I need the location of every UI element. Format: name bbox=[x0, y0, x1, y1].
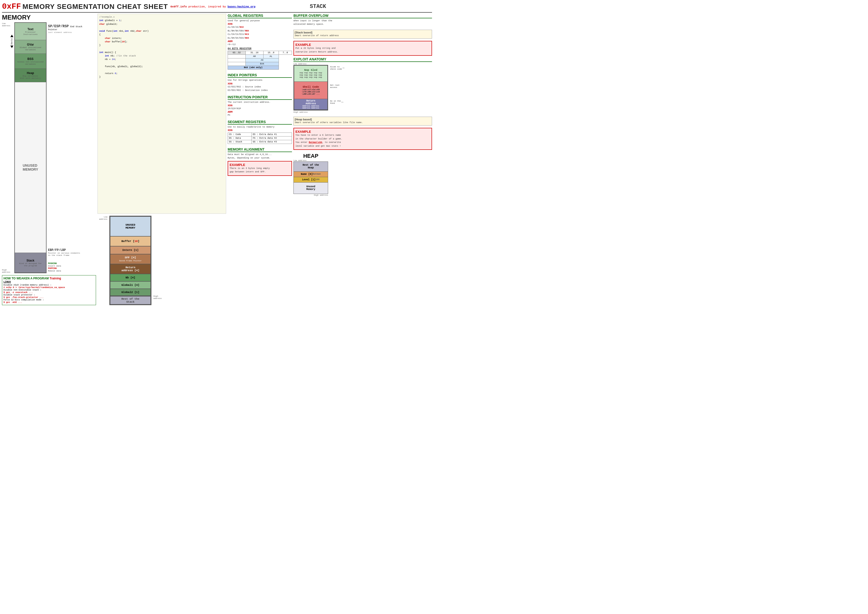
stack-unused: UNUSEDMEMORY bbox=[110, 216, 151, 236]
text-segment: Text ProcessorInstructions bbox=[15, 23, 46, 40]
noexec-cmd: $ gcc -z execstack ... bbox=[3, 291, 95, 294]
exploit-nop-sled: Nop Sled nop nop nop nop nopnop nop nop … bbox=[294, 65, 328, 81]
stack-return-address: Returnaddress [4] bbox=[110, 264, 151, 274]
gvar-segment: GVar Global initializedvariables bbox=[15, 40, 46, 54]
right-column: GLOBAL REGISTERS Used for general purpos… bbox=[228, 14, 432, 305]
mem-align-example-title: EXAMPLE bbox=[229, 163, 290, 167]
mem-align-example: EXAMPLE There is an 3 bytes long emptyga… bbox=[228, 161, 292, 176]
stack-section: Low address UNUSEDMEMORY Buffer [10] Int… bbox=[98, 216, 226, 305]
exploit-anatomy-section: EXPLOIT ANATOMY Low address Nop Sled nop… bbox=[293, 57, 432, 113]
buffer-overflow-section: BUFFER OVERFLOW when input is longer tha… bbox=[293, 14, 432, 26]
sp-annotation: SP/ESP/RSP End Stack Pointer Last elemen… bbox=[48, 24, 93, 34]
bufover-example-box: EXAMPLE Put a 22 bytes long string andov… bbox=[293, 41, 432, 56]
bufover-desc: when input is longer than theallocated m… bbox=[293, 19, 432, 26]
bufover-title: BUFFER OVERFLOW bbox=[293, 14, 432, 18]
code-line-10: nb = 24; bbox=[99, 58, 225, 61]
code-line-3: void func(int nb1,int nb2,char str) bbox=[99, 30, 225, 33]
buffer-overflow-column: BUFFER OVERFLOW when input is longer tha… bbox=[293, 14, 432, 305]
mem-align-title: MEMORY ALIGNMENT bbox=[228, 148, 292, 152]
stack-diagram: UNUSEDMEMORY Buffer [10] Intern [1] SFP … bbox=[109, 216, 152, 305]
noprot-cmd: $ gcc -fno-stack-protector ... bbox=[3, 296, 95, 299]
stack-intern: Intern [1] bbox=[110, 246, 151, 254]
stack-based-desc: Smart overwrite of return address bbox=[295, 34, 431, 37]
heap-based-box: [Heap based] Smart overwrite of others v… bbox=[293, 117, 432, 126]
subtitle-prefix: 0x0ff.info bbox=[170, 5, 187, 8]
stack-buffer: Buffer [10] bbox=[110, 236, 151, 246]
table-row: CS : Code ES : Extra data #1 bbox=[228, 133, 292, 137]
table-row: DS : Data FS : Extra data #2 bbox=[228, 137, 292, 140]
code-line-12: return 0; bbox=[99, 72, 225, 75]
instr-ptr-title: INSTRUCTION POINTER bbox=[228, 95, 292, 100]
code-line-4: { bbox=[99, 33, 225, 36]
heap-title: HEAP bbox=[293, 153, 328, 159]
force32-cmd: $ gcc -m32 ... bbox=[3, 301, 95, 304]
registers-column: GLOBAL REGISTERS Used for general purpos… bbox=[228, 14, 292, 305]
instr-ptr-reg: IP/EIP/RIP bbox=[228, 107, 292, 110]
exploit-high-addr: High address bbox=[293, 111, 308, 113]
index-ptrs-regs: SI/ESI/RSI : Source index DI/EDI/RDI : D… bbox=[228, 85, 292, 92]
bss-segment: BSS Global non-initializedvariables bbox=[15, 54, 46, 68]
code-line-1: int global1 = 1; bbox=[99, 19, 225, 22]
stack-segment: Stack Kind of Notepad forthe program bbox=[15, 253, 46, 273]
instr-ptr-x86: X86 bbox=[228, 104, 292, 107]
stack-nb: Nb [4] bbox=[110, 274, 151, 281]
exploit-stack: Nop Sled nop nop nop nop nopnop nop nop … bbox=[293, 65, 328, 110]
seg-regs-title: SEGMENT REGISTERS bbox=[228, 120, 292, 124]
index-ptrs-title: INDEX POINTERS bbox=[228, 73, 292, 78]
global-registers-section: GLOBAL REGISTERS Used for general purpos… bbox=[228, 14, 292, 70]
heap-rest: Rest of theHeap bbox=[294, 162, 328, 172]
exploit-shell-code: Shell Code \xeb\x1f\x5e\x89\x76\xBB\x31\… bbox=[294, 81, 328, 99]
stack-heading: STACK bbox=[310, 3, 326, 10]
instr-ptr-arm: ARM bbox=[228, 110, 292, 113]
segment-registers-section: SEGMENT REGISTERS Use to easily reade/wr… bbox=[228, 120, 292, 145]
heap-low-addr: Low address bbox=[293, 159, 328, 162]
code-line-7: } bbox=[99, 44, 225, 47]
code-filename: //exemple.c bbox=[99, 16, 225, 19]
instruction-pointer-section: INSTRUCTION POINTER The current instruct… bbox=[228, 95, 292, 117]
code-line-2: char global2; bbox=[99, 23, 225, 26]
heap-high-addr: High address bbox=[293, 194, 328, 196]
code-line-6: char buffer[10]; bbox=[99, 40, 225, 44]
global-regs-title: GLOBAL REGISTERS bbox=[228, 14, 292, 18]
header-title: Memory Segmentation Cheat Sheet bbox=[23, 3, 168, 11]
high-addr-label: High address bbox=[2, 269, 13, 273]
stack-sfp: SFP [4]Saved Frame Pointer bbox=[110, 254, 151, 264]
seg-regs-desc: Use to easily reade/write to memory bbox=[228, 125, 292, 129]
seg-ds: DS : Data bbox=[228, 137, 252, 140]
main-content: MEMORY Low address Data High address Tex… bbox=[2, 14, 432, 305]
reg64-title: 64 BITS REGISTER bbox=[228, 47, 292, 50]
heap-example-text: You have to enter a 6 letters name in th… bbox=[295, 134, 430, 148]
heap-segment: Heap Big variablesinit with malloc() bbox=[15, 68, 46, 82]
memory-title: MEMORY bbox=[2, 14, 96, 21]
global-regs-desc: Used for general purpose bbox=[228, 19, 292, 23]
mem-align-example-text: There is an 3 bytes long emptygap betwee… bbox=[229, 167, 290, 174]
exploit-labels: Slide toshell code ← Get rootaccess Go i… bbox=[330, 63, 345, 107]
get-root-label: Get rootaccess bbox=[330, 84, 345, 89]
memory-alignment-section: MEMORY ALIGNMENT Data must be aligned on… bbox=[228, 148, 292, 176]
ebp-annotation: EBP/FP/LBP Pointer on various elementsin… bbox=[48, 249, 93, 256]
data-label: Data bbox=[11, 38, 13, 45]
page: 0xFF Memory Segmentation Cheat Sheet 0x0… bbox=[0, 0, 434, 307]
bufover-example-title: EXAMPLE bbox=[295, 43, 430, 47]
stack-based-title: [Stack based] bbox=[295, 31, 431, 34]
stack-based-box: [Stack based] Smart overwrite of return … bbox=[293, 30, 432, 39]
subtitle-link: bases-hacking.org bbox=[228, 5, 255, 8]
bufover-example-text: Put a 22 bytes long string andoverwrite … bbox=[295, 47, 430, 54]
training-label: Training bbox=[50, 277, 61, 280]
memory-diagram: Low address Data High address Text Proce… bbox=[2, 22, 96, 273]
stack-global1: Global1 [4] bbox=[110, 281, 151, 289]
exploit-return-address: ReturnAddress Address AddressAddress Add… bbox=[294, 99, 328, 110]
mem-align-desc: Data must be aligned on 4,8,16...Bytes, … bbox=[228, 153, 292, 160]
code-line-5: char intern; bbox=[99, 37, 225, 40]
heap-based-title: [Heap based] bbox=[295, 118, 431, 121]
left-column: MEMORY Low address Data High address Tex… bbox=[2, 14, 96, 305]
slide-label: Slide toshell code ← bbox=[330, 65, 345, 70]
exploit-anatomy-title: EXPLOIT ANATOMY bbox=[293, 57, 432, 62]
table-row: SS : Stack GS : Extra data #3 bbox=[228, 140, 292, 144]
aslr-cmd: # echo 0 > /proc/sys/kernel/randomize_va… bbox=[3, 286, 95, 289]
seg-es: ES : Extra data #1 bbox=[252, 133, 292, 137]
push-pop-box: PUSHING Insert data POPPING Remove data bbox=[48, 262, 93, 272]
heap-based-desc: Smart overwrite of others variables like… bbox=[295, 121, 431, 124]
linux-label: LINUX bbox=[3, 281, 11, 283]
code-line-8: int main() { bbox=[99, 51, 225, 54]
